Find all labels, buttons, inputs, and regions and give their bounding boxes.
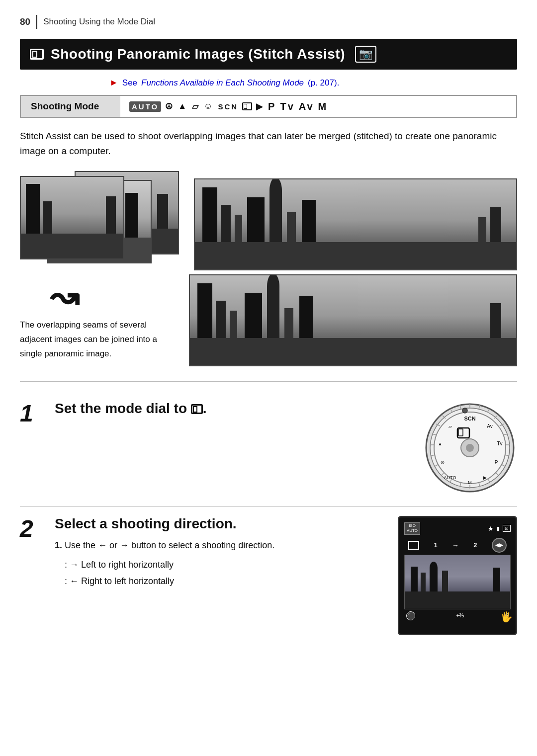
svg-text:☮: ☮ [441, 460, 445, 465]
mode-landscape: ▲ [178, 101, 188, 111]
see-functions-arrow: ► [109, 78, 118, 88]
stitch-assist-icon [30, 49, 44, 60]
mode-kids: ☺ [204, 101, 214, 111]
step-2: 2 Select a shooting direction. 1. Use th… [20, 507, 517, 644]
description-text: Stitch Assist can be used to shoot overl… [20, 129, 517, 159]
bullet-left-to-right: → Left to right horizontally [65, 557, 388, 573]
step-1-number: 1 [20, 401, 55, 425]
mode-av: Av [299, 101, 314, 112]
step-2-content: Select a shooting direction. 1. Use the … [55, 516, 388, 589]
header-divider [36, 15, 37, 29]
camera-icon: 📷 [355, 46, 376, 63]
lcd-stitch-mode-icon: ⊡ [503, 525, 511, 532]
step-1-content: Set the mode dial to . [55, 401, 413, 422]
svg-point-41 [466, 444, 474, 452]
demo-caption-text: The overlapping seams of several adjacen… [20, 318, 159, 361]
lcd-thumb-icon: 🖐 [500, 611, 513, 623]
lcd-metering-icon: ⚫ [406, 611, 415, 620]
lcd-flash-icon: ★ [488, 525, 494, 532]
step-1: 1 Set the mode dial to . [20, 392, 517, 507]
shooting-mode-icons: AUTO ☮ ▲ ▱ ☺ SCN ▶ P Tv Av M [120, 97, 516, 116]
step-2-instruction: 1. Use the ← or → button to select a sho… [55, 538, 388, 553]
mode-auto: AUTO [129, 101, 161, 112]
bullet-right-to-left: ← Right to left horizontally [65, 573, 388, 589]
demo-top-row [20, 171, 517, 270]
lcd-right-arrow: → [452, 541, 459, 549]
divider-1 [20, 381, 517, 382]
step-2-body: 1. Use the ← or → button to select a sho… [55, 538, 388, 589]
lcd-iso-label: ISO [407, 523, 418, 528]
page-header: 80 Shooting Using the Mode Dial [20, 15, 517, 29]
bottom-spacer [20, 644, 517, 744]
svg-text:▱: ▱ [448, 424, 452, 429]
step-2-bullets: → Left to right horizontally ← Right to … [65, 557, 388, 589]
demo-photo-1 [20, 176, 124, 259]
lcd-auto-label: AUTO [407, 528, 418, 533]
lcd-top-icons: ★ ▮ ⊡ [488, 525, 511, 532]
svg-text:Tv: Tv [497, 441, 502, 446]
step-1-title: Set the mode dial to . [55, 401, 413, 417]
step-1-visual: SCN Av Tv P ▶ M AUTO ☮ ▲ ▱ [423, 401, 517, 498]
lcd-small-square-indicator [408, 541, 419, 550]
svg-text:SCN: SCN [464, 416, 475, 421]
step-2-visual: ISO AUTO ★ ▮ ⊡ 1 → 2 [398, 516, 517, 635]
mode-stitch [242, 102, 252, 110]
shooting-mode-label: Shooting Mode [21, 96, 120, 117]
step-2-number: 2 [20, 516, 55, 541]
step-2-title: Select a shooting direction. [55, 516, 388, 532]
lcd-iso-badge: ISO AUTO [404, 522, 420, 535]
svg-text:P: P [495, 460, 498, 465]
demo-panoramic-wide [194, 178, 517, 270]
merge-arrow: ↝ [50, 279, 79, 314]
page-title: Shooting Panoramic Images (Stitch Assist… [51, 46, 345, 62]
lcd-bottom-bar: ⚫ +²∕₃ 6 [404, 611, 511, 620]
lcd-direction-circle-btn[interactable]: ◀▶ [492, 538, 507, 553]
svg-point-39 [462, 408, 467, 413]
shooting-mode-bar: Shooting Mode AUTO ☮ ▲ ▱ ☺ SCN ▶ P Tv Av… [20, 95, 517, 118]
stitch-mode-icon [191, 404, 203, 414]
lcd-num-1: 1 [434, 541, 437, 549]
stacked-photos [20, 171, 179, 270]
see-functions-page: (p. 207). [308, 78, 339, 88]
page-container: 80 Shooting Using the Mode Dial Shooting… [0, 0, 537, 756]
svg-text:AUTO: AUTO [444, 475, 456, 480]
mode-portrait: ▱ [192, 101, 200, 112]
panoramic-demo-section: ↝ The overlapping seams of several adjac… [20, 171, 517, 366]
lcd-main-image [404, 555, 511, 609]
mode-dial-svg: SCN Av Tv P ▶ M AUTO ☮ ▲ ▱ [423, 401, 517, 495]
mode-scn: SCN [218, 102, 238, 111]
lcd-num-2: 2 [473, 541, 477, 549]
svg-text:▲: ▲ [438, 441, 443, 446]
svg-text:Av: Av [487, 423, 493, 429]
demo-caption-area: ↝ The overlapping seams of several adjac… [20, 279, 179, 361]
mode-p: P [268, 101, 276, 112]
demo-bottom-row: ↝ The overlapping seams of several adjac… [20, 274, 517, 366]
see-functions-link: Functions Available in Each Shooting Mod… [141, 78, 304, 88]
svg-text:▶: ▶ [483, 475, 487, 480]
mode-m: M [318, 101, 328, 112]
lcd-battery-icon: ▮ [497, 525, 500, 532]
svg-text:M: M [468, 480, 472, 485]
lcd-top-bar: ISO AUTO ★ ▮ ⊡ [404, 522, 511, 535]
mode-scene1: ☮ [165, 101, 174, 112]
mode-tv: Tv [280, 101, 294, 112]
see-functions-prefix: See [122, 78, 137, 88]
camera-lcd-display: ISO AUTO ★ ▮ ⊡ 1 → 2 [398, 516, 517, 635]
page-number: 80 [20, 16, 30, 27]
title-bar: Shooting Panoramic Images (Stitch Assist… [20, 39, 517, 70]
header-section-title: Shooting Using the Mode Dial [43, 17, 155, 27]
demo-result-photo [189, 274, 517, 366]
lcd-direction-row: 1 → 2 ◀▶ [404, 537, 511, 554]
see-functions-line: ► See Functions Available in Each Shooti… [109, 78, 517, 88]
lcd-exposure-value: +²∕₃ [456, 612, 464, 619]
mode-movie: ▶ [256, 101, 264, 112]
